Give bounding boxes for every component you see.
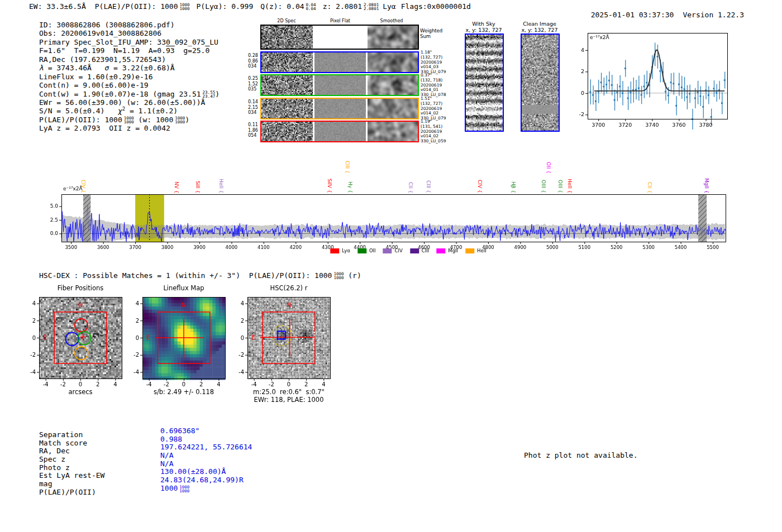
cutout-smoothed-image bbox=[368, 52, 418, 72]
stacked-fraction: 10001000 bbox=[179, 485, 189, 493]
cutout-smoothed-image bbox=[368, 26, 418, 49]
info-line-0: ID: 3008862806 (3008862806.pdf) bbox=[39, 21, 220, 29]
stacked-fraction: 10001000 bbox=[124, 116, 134, 124]
lineflux-map-plot bbox=[125, 282, 232, 395]
cutout-smoothed-image bbox=[368, 122, 418, 141]
with-sky-coords: x, y: 132, 727 bbox=[465, 27, 502, 33]
info-line-5: λ = 3743.46Å σ = 3.22(±0.68)Å bbox=[39, 64, 220, 72]
cutout-2d-row bbox=[260, 74, 419, 96]
cutout-2d-row bbox=[260, 121, 419, 142]
line-label-hγ: Hγ { bbox=[347, 181, 353, 193]
match-table-value: 100010001000 bbox=[160, 485, 252, 493]
col-title-smoothed: Smoothed bbox=[380, 18, 403, 23]
match-table-value: N/A bbox=[160, 460, 252, 468]
cutout-pixelflat-image bbox=[314, 99, 366, 118]
report-datetime: 2025-01-01 03:37:30 bbox=[591, 11, 674, 19]
fiber-positions-plot bbox=[21, 282, 128, 395]
clean-image-title: Clean Image bbox=[523, 21, 556, 27]
col-title-2dspec: 2D Spec bbox=[277, 18, 295, 23]
line-label-siii: SiII { bbox=[195, 181, 201, 193]
cutout-2dspec-image bbox=[261, 75, 313, 95]
cutout-2dspec-image bbox=[261, 99, 313, 118]
cutout-smoothed-image bbox=[368, 75, 418, 95]
legend-swatch bbox=[436, 248, 445, 253]
clean-image bbox=[521, 33, 560, 132]
line-label-oiii: OIII { bbox=[557, 180, 563, 193]
row-right-ids: 1.51"(132, 727)20200619v014_02330_LU_079 bbox=[421, 97, 446, 121]
legend-label: MgII bbox=[448, 248, 458, 253]
cutout-2d-row bbox=[260, 98, 419, 119]
match-table-label: Match score bbox=[39, 439, 104, 448]
line-label-ciii: CIII { bbox=[426, 180, 431, 193]
row-left-stats: 0.111.86054 bbox=[248, 122, 259, 138]
elixer-detection-report: EW: 33.3±6.5ÅP(LAE)/P(OII): 100010001000… bbox=[0, 0, 782, 532]
legend-swatch bbox=[330, 248, 339, 253]
match-table-label: RA, Dec bbox=[39, 447, 104, 456]
row-right-ids: 0.37"(132, 718)20200619v014_01330_LU_078 bbox=[421, 73, 446, 98]
legend-item-heii: HeII bbox=[465, 248, 487, 253]
info-line-7: Cont(n) = 9.00(±6.00)e-19 bbox=[39, 81, 220, 89]
legend-item-lyα: Lyα bbox=[330, 248, 350, 253]
match-table-values: 0.696368"0.988197.624221, 55.726614N/AN/… bbox=[160, 427, 252, 493]
with-sky-image bbox=[465, 33, 504, 132]
info-line-12: LyA z = 2.0793 OII z = 0.0042 bbox=[39, 124, 220, 132]
legend-item-civ: CIV bbox=[383, 248, 403, 253]
legend-label: CIII bbox=[422, 248, 429, 253]
legend-label: CIV bbox=[395, 248, 403, 253]
stacked-fraction: 23.5523.47 bbox=[203, 90, 216, 98]
info-line-4: RA,Dec (197.623901,55.726543) bbox=[39, 55, 220, 64]
stacked-fraction: 2.08012.0801 bbox=[364, 3, 379, 11]
legend-item-oii: OII bbox=[357, 248, 376, 253]
row-left-stats: 0.280.86034 bbox=[248, 53, 259, 69]
legend-item-mgii: MgII bbox=[436, 248, 458, 253]
match-table-value: 197.624221, 55.726614 bbox=[160, 443, 252, 452]
cutout-pixelflat-image bbox=[314, 26, 366, 49]
line-label-nv: NV { bbox=[174, 181, 179, 193]
match-table-label: Separation bbox=[39, 431, 104, 439]
match-table-value: 0.696368" bbox=[160, 427, 252, 435]
cutout-pixelflat-image bbox=[314, 52, 366, 72]
cutout-2dspec-image bbox=[261, 52, 313, 72]
info-line-1: Obs: 20200619v014_3008862806 bbox=[39, 29, 220, 37]
line-label-oiii: OIII { bbox=[541, 180, 546, 193]
line-label-siiv: SiIV { bbox=[327, 179, 332, 193]
match-table-value: 24.83(24.68,24.99)R bbox=[160, 476, 252, 485]
stacked-fraction: 10001000 bbox=[333, 272, 344, 280]
hsc-r-cutout-plot bbox=[230, 282, 337, 404]
cutout-2d-row bbox=[260, 25, 419, 50]
cutout-2dspec-image bbox=[261, 26, 313, 49]
match-table-label: Spec z bbox=[39, 456, 104, 464]
info-line-10: S/N = 5.0(±0.4) χ2 = 1.1(±0.2) bbox=[39, 107, 220, 115]
weighted-sum-label: Weighted Sum bbox=[420, 28, 442, 39]
line-label-civ: CIV { bbox=[477, 180, 483, 193]
legend-label: HeII bbox=[477, 248, 487, 253]
legend-swatch bbox=[465, 248, 474, 253]
line-label-heii: HeII { bbox=[567, 179, 573, 193]
col-title-pixelflat: Pixel Flat bbox=[330, 18, 350, 23]
clean-image-coords: x, y: 132, 727 bbox=[521, 27, 557, 33]
header-summary: EW: 33.3±6.5ÅP(LAE)/P(OII): 100010001000… bbox=[29, 2, 471, 11]
legend-label: Lyα bbox=[342, 248, 350, 253]
cutout-smoothed-image bbox=[368, 99, 418, 118]
info-line-9: EWr = 56.00(±39.00) (w: 26.00(±5.00))Å bbox=[39, 98, 220, 107]
line-label-heii: HeII { bbox=[218, 179, 224, 193]
detection-info-block: ID: 3008862806 (3008862806.pdf)Obs: 2020… bbox=[39, 21, 220, 133]
match-table-label: mag bbox=[39, 480, 104, 488]
info-line-6: LineFlux = 1.60(±0.29)e-16 bbox=[39, 73, 220, 81]
header-datetime-version: 2025-01-01 03:37:30Version 1.22.3 bbox=[573, 2, 744, 27]
info-line-8: Cont(w) = 1.90(±0.07)e-18 (gmag 23.5123.… bbox=[39, 90, 220, 98]
line-fit-zoom-plot bbox=[574, 25, 736, 131]
cutout-2dspec-image bbox=[261, 122, 313, 141]
cutout-2d-row bbox=[260, 51, 419, 73]
match-table-value: 0.988 bbox=[160, 435, 252, 444]
match-table-value: 130.00(±28.00)Å bbox=[160, 468, 252, 476]
line-label-hβ: Hβ { bbox=[511, 181, 516, 193]
legend-swatch bbox=[383, 248, 392, 253]
match-table-label: Photo z bbox=[39, 464, 104, 472]
row-left-stats: 0.142.15034 bbox=[248, 99, 259, 116]
hsc-dex-match-line: HSC-DEX : Possible Matches = 1 (within +… bbox=[39, 271, 361, 280]
info-line-3: F=1.6" T=0.199 N=1.19 A=0.93 g=25.0 bbox=[39, 46, 220, 55]
info-line-11: P(LAE)/P(OII): 100010001000 (w: 10001000… bbox=[39, 116, 220, 124]
full-spectrum-plot bbox=[45, 183, 737, 258]
row-right-ids: 1.19"(131, 541)20200619v014_02330_LU_059 bbox=[421, 119, 446, 144]
